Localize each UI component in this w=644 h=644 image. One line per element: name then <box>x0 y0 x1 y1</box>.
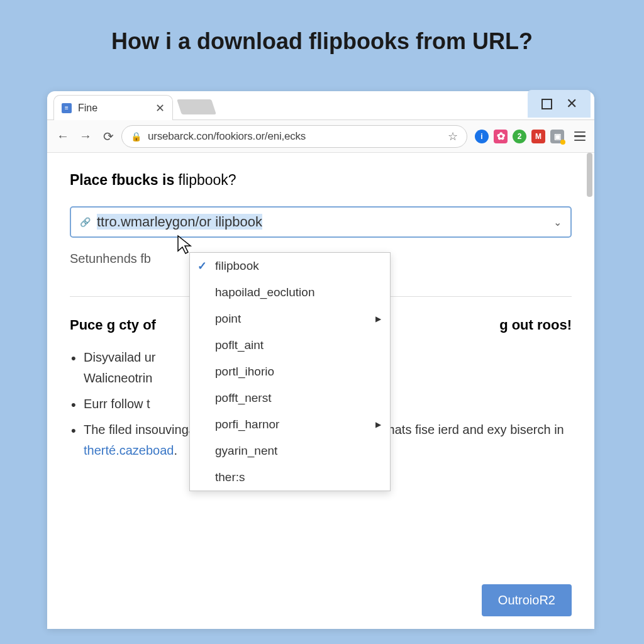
extension-green-icon[interactable]: 2 <box>513 130 526 143</box>
tab-favicon-icon: ≡ <box>62 103 72 113</box>
extension-red-icon[interactable]: M <box>531 130 545 143</box>
submenu-arrow-icon: ▶ <box>375 420 381 429</box>
maximize-button[interactable] <box>534 95 559 113</box>
cta-button[interactable]: OutroioR2 <box>482 584 572 616</box>
content-link[interactable]: therté.cazeboad <box>84 443 174 457</box>
content-heading: Place fbucks is flipbook? <box>70 172 572 189</box>
flipbook-url-field[interactable]: 🔗 ttro.wmarleygon/or ilipbook ⌄ <box>70 206 572 238</box>
hamburger-menu-button[interactable] <box>572 128 588 145</box>
dropdown-item[interactable]: poflt_aint <box>190 332 390 358</box>
submenu-arrow-icon: ▶ <box>375 314 381 323</box>
heading-light: flipbook? <box>174 172 236 188</box>
bookmark-star-icon[interactable]: ☆ <box>448 130 458 143</box>
new-tab-button[interactable] <box>177 99 216 114</box>
window-close-button[interactable]: ✕ <box>559 95 584 113</box>
url-field-icon: 🔗 <box>80 217 91 227</box>
url-input[interactable] <box>148 130 441 143</box>
browser-tab[interactable]: ≡ Fine ✕ <box>53 95 173 120</box>
dropdown-item[interactable]: gyarin_nent <box>190 438 390 464</box>
address-bar[interactable]: 🔒 ☆ <box>121 125 467 148</box>
tab-close-button[interactable]: ✕ <box>155 101 165 115</box>
window-controls: ✕ <box>528 90 591 118</box>
dropdown-item[interactable]: point▶ <box>190 306 390 332</box>
autocomplete-dropdown: filipbookhapoilad_eoclutionpoint▶poflt_a… <box>189 252 391 491</box>
page-title: How i a download flipbooks from URL? <box>0 0 644 77</box>
extension-icons: i ✿ 2 M ▣ <box>475 130 564 143</box>
dropdown-item[interactable]: pofft_nerst <box>190 385 390 411</box>
dropdown-item[interactable]: ther:s <box>190 464 390 491</box>
reload-button[interactable]: ⟳ <box>99 127 118 146</box>
chevron-down-icon[interactable]: ⌄ <box>553 216 562 228</box>
forward-button[interactable]: → <box>76 127 95 146</box>
dropdown-item[interactable]: filipbook <box>190 253 390 279</box>
lock-icon: 🔒 <box>131 131 142 142</box>
extension-pink-icon[interactable]: ✿ <box>494 130 508 143</box>
url-field-value: ttro.wmarleygon/or ilipbook <box>97 214 547 230</box>
dropdown-item[interactable]: portl_ihorio <box>190 358 390 385</box>
back-button[interactable]: ← <box>53 127 72 146</box>
tab-title: Fine <box>78 103 149 114</box>
browser-toolbar: ← → ⟳ 🔒 ☆ i ✿ 2 M ▣ <box>47 120 594 153</box>
extension-blue-icon[interactable]: i <box>475 130 489 143</box>
dropdown-item[interactable]: hapoilad_eoclution <box>190 279 390 306</box>
heading-bold: Place fbucks is <box>70 172 174 188</box>
page-content: Place fbucks is flipbook? 🔗 ttro.wmarley… <box>47 153 594 629</box>
dropdown-item[interactable]: porfi_harnor▶ <box>190 411 390 438</box>
browser-window: ✕ ≡ Fine ✕ ← → ⟳ 🔒 ☆ i ✿ 2 M ▣ <box>47 91 594 629</box>
tab-strip: ≡ Fine ✕ <box>47 91 594 120</box>
extension-grey-icon[interactable]: ▣ <box>550 130 564 143</box>
scrollbar-thumb[interactable] <box>587 153 592 197</box>
